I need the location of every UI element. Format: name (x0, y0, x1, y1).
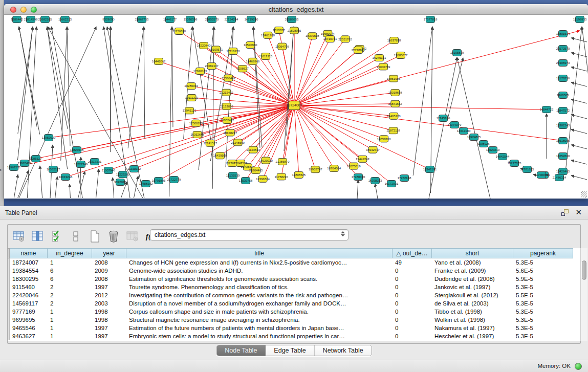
cell-short: Dudbridge et al. (2008) (432, 275, 513, 283)
table-selector-dropdown[interactable]: citations_edges.txt (150, 229, 349, 240)
tab-network-table[interactable]: Network Table (315, 345, 372, 356)
new-file-icon[interactable] (88, 229, 102, 244)
graph-node-label: 13920424 (18, 162, 32, 165)
network-window: citations_edges.txt 21828955183705981968… (4, 4, 588, 199)
network-canvas[interactable]: 2182895518370598196899742255176217415342… (4, 15, 588, 199)
cell-out_degree: 0 (393, 299, 432, 308)
window-titlebar[interactable]: citations_edges.txt (4, 4, 588, 15)
cell-title: Corpus callosum shape and size in male p… (126, 308, 393, 316)
graph-edge (294, 105, 394, 130)
cell-year: 2008 (92, 258, 126, 267)
graph-node-label: 17539758 (239, 179, 253, 182)
graph-node-label: 11613115 (259, 55, 272, 58)
column-header-title[interactable]: title (126, 248, 393, 258)
table-row[interactable]: 977716911998Corpus callosum shape and si… (8, 308, 573, 316)
delete-icon[interactable] (106, 229, 121, 244)
column-header-pagerank[interactable]: pagerank (513, 248, 573, 258)
column-header-name[interactable]: name (10, 248, 48, 258)
table-row[interactable]: 946362711997Embryonic stem cells: a mode… (8, 332, 573, 340)
table-panel-header: Table Panel ✕ (0, 206, 588, 220)
cell-title: Changes of HCN gene expression and I(f) … (126, 258, 393, 267)
graph-node-label: 20588053 (285, 18, 299, 21)
table-row[interactable]: 946554611997Estimation of the future num… (8, 324, 573, 332)
graph-edge (18, 27, 33, 134)
graph-edge (294, 36, 312, 105)
graph-node-label: 12075819 (347, 165, 361, 168)
graph-node-label: 21700093 (535, 173, 549, 177)
column-visibility-icon[interactable] (31, 229, 45, 244)
graph-edge (357, 180, 358, 199)
graph-node-label: 16227349 (74, 163, 88, 166)
rows-icon[interactable] (69, 229, 83, 244)
cell-in_degree: 6 (48, 275, 92, 283)
graph-node-label: 17500269 (189, 122, 203, 125)
graph-node-label: 12312180 (457, 129, 471, 133)
window-resize-grip[interactable] (581, 191, 587, 198)
graph-node-label: 11662213 (58, 18, 72, 21)
graph-node-label: 10582117 (47, 168, 60, 171)
graph-edge (294, 105, 563, 141)
cell-in_degree: 1 (48, 258, 92, 267)
vertical-scrollbar[interactable] (580, 248, 587, 341)
graph-edge (294, 105, 354, 166)
graph-node-label: 21872118 (386, 129, 400, 132)
cell-title: Estimation of the future numbers of pati… (126, 324, 393, 332)
graph-node-label: 14842544 (496, 155, 510, 158)
graph-node-label: 21867753 (135, 18, 149, 21)
column-header-in_degree[interactable]: in_degree (48, 248, 92, 258)
graph-node-label: 14851986 (387, 77, 401, 80)
graph-node-label: 13178256 (556, 77, 570, 80)
row-selection-icon[interactable] (50, 229, 64, 244)
splitter-arrow[interactable]: ▸ (0, 168, 2, 172)
table-row[interactable]: 1872400712008Changes of HCN gene express… (8, 258, 573, 267)
graph-edge (413, 27, 432, 176)
cell-short: Hescheler et al. (1997) (432, 332, 513, 340)
tab-edge-table[interactable]: Edge Table (266, 345, 314, 356)
graph-node-label: 21386870 (276, 160, 290, 163)
cell-name: 9699695 (10, 316, 48, 324)
cell-title: Disruption of a novel member of a sodium… (126, 299, 393, 308)
table-row[interactable]: 911546021997Tourette syndrome. Phenomeno… (8, 283, 573, 291)
cell-pagerank: 5.3E-5 (513, 258, 573, 267)
table-body: 1872400712008Changes of HCN gene express… (8, 258, 573, 340)
scrollbar-thumb[interactable] (582, 260, 586, 280)
column-header-out_degree[interactable]: △ out_de… (393, 248, 432, 258)
side-panel-strip: ▸ (0, 0, 4, 206)
table-row[interactable]: 1456911722003Disruption of a novel membe… (8, 299, 573, 308)
table-row[interactable]: 1938455462009Genome-wide association stu… (8, 267, 573, 275)
graph-node-label: 9286442 (11, 18, 23, 21)
cell-name: 9465546 (10, 324, 48, 332)
graph-node-label: 17288070 (352, 176, 365, 179)
graph-node-label: 18254500 (556, 155, 570, 158)
graph-node-label: 16439568 (213, 154, 227, 157)
graph-node-label: 16398023 (368, 179, 382, 182)
float-window-icon[interactable] (561, 209, 569, 216)
graph-node-label: 11007946 (102, 169, 116, 172)
column-header-short[interactable]: short (432, 248, 513, 258)
table-header-row: namein_degreeyeartitle△ out_de…shortpage… (8, 248, 573, 258)
table-row[interactable]: 2242004622012Investigating the contribut… (8, 291, 573, 299)
tab-node-table[interactable]: Node Table (216, 345, 266, 356)
graph-node-label: 15030398 (184, 18, 198, 21)
graph-edge (287, 27, 294, 136)
table-settings-icon[interactable] (12, 229, 26, 244)
graph-edge (128, 27, 144, 148)
graph-edge (282, 105, 294, 162)
cell-name: 22420046 (10, 291, 48, 299)
cell-out_degree: 49 (393, 258, 432, 267)
graph-node-label: 16719280 (245, 18, 258, 21)
table-row[interactable]: 969969511998Structural magnetic resonanc… (8, 316, 573, 324)
cell-pagerank: 5.3E-5 (513, 299, 573, 308)
graph-node-label: 22043529 (234, 162, 248, 165)
close-panel-icon[interactable]: ✕ (575, 208, 582, 217)
graph-node-label: 14920320 (259, 159, 273, 162)
cell-out_degree: 0 (393, 332, 432, 340)
graph-node-label: 10111222 (185, 96, 199, 99)
cell-title: Investigating the contribution of common… (126, 291, 393, 299)
graph-node-label: 9329090 (102, 18, 115, 21)
column-header-year[interactable]: year (92, 248, 126, 258)
memory-ok-indicator[interactable] (575, 363, 582, 370)
graph-node-label: 9085527 (30, 157, 42, 160)
table-row[interactable]: 1830029562008Estimation of significance … (8, 275, 573, 283)
graph-edge (294, 105, 547, 110)
